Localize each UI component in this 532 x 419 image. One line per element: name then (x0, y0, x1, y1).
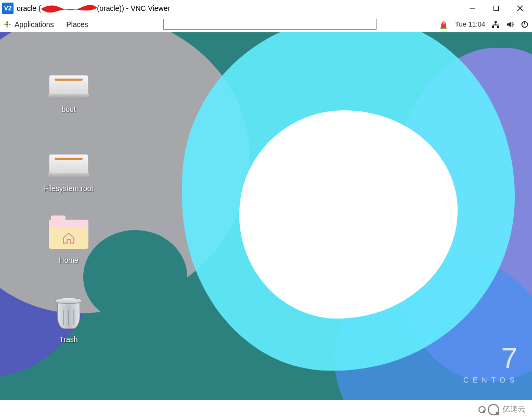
minimize-button[interactable] (460, 0, 484, 17)
vnc-logo-icon: V2 (2, 3, 14, 14)
svg-rect-9 (497, 26, 499, 28)
window-title-prefix: oracle ( (17, 4, 41, 12)
drive-icon (48, 75, 89, 102)
drive-icon (48, 154, 89, 181)
publisher-watermark: 亿速云 (0, 400, 532, 419)
centos-branding: 7 CENTOS (463, 344, 518, 384)
watermark-text: 亿速云 (502, 404, 526, 414)
desktop-icon-label: boot (37, 105, 100, 113)
maximize-button[interactable] (484, 0, 508, 17)
desktop-icon-label: Home (37, 256, 100, 264)
desktop-icon-home[interactable]: Home (37, 220, 100, 264)
power-icon[interactable] (521, 20, 529, 29)
window-controls (460, 0, 532, 17)
windows-titlebar: V2 oracle ( (oracle)) - VNC Viewer (0, 0, 532, 17)
panel-address-box[interactable] (163, 19, 377, 30)
network-icon[interactable] (491, 20, 500, 29)
watermark-logo-icon (478, 404, 499, 415)
desktop-icon-boot[interactable]: boot (37, 75, 100, 113)
alert-beacon-icon[interactable] (438, 19, 449, 30)
volume-icon[interactable] (506, 20, 514, 29)
redacted-scribble-icon (42, 4, 94, 13)
window-title-suffix: (oracle)) - VNC Viewer (95, 4, 170, 12)
svg-rect-8 (492, 26, 494, 28)
close-button[interactable] (508, 0, 532, 17)
desktop-icon-trash[interactable]: Trash (37, 298, 100, 344)
system-tray: Tue 11:04 (438, 19, 529, 30)
svg-point-6 (443, 21, 445, 24)
applications-pinwheel-icon (3, 20, 11, 29)
trash-icon (48, 298, 89, 332)
remote-desktop[interactable]: boot Filesystem root Home (0, 32, 532, 400)
applications-menu[interactable]: Applications (15, 20, 54, 29)
svg-rect-1 (494, 6, 499, 11)
clock[interactable]: Tue 11:04 (455, 20, 485, 28)
desktop-icon-filesystem-root[interactable]: Filesystem root (37, 154, 100, 193)
gnome-top-panel: Applications Places Tue 11:04 (0, 17, 532, 32)
desktop-icon-label: Trash (37, 335, 100, 344)
centos-name: CENTOS (463, 376, 518, 384)
svg-rect-7 (495, 21, 497, 23)
home-folder-icon (48, 220, 89, 253)
svg-point-4 (6, 23, 8, 26)
desktop-icon-label: Filesystem root (37, 184, 100, 193)
centos-version: 7 (463, 344, 518, 373)
places-menu[interactable]: Places (67, 20, 88, 29)
